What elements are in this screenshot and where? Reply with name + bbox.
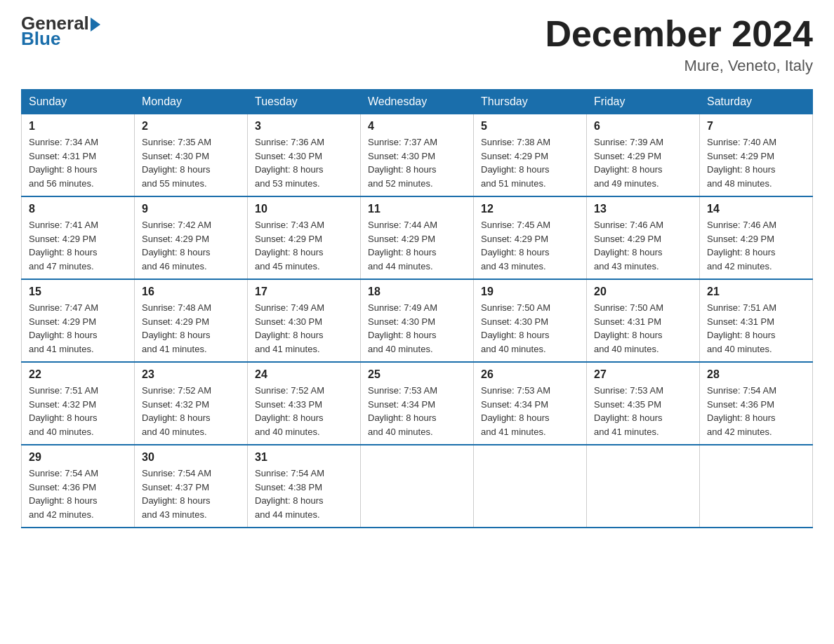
calendar-cell: 31 Sunrise: 7:54 AMSunset: 4:38 PMDaylig… (248, 445, 361, 528)
calendar-cell (361, 445, 474, 528)
location-text: Mure, Veneto, Italy (545, 57, 813, 75)
day-info: Sunrise: 7:52 AMSunset: 4:33 PMDaylight:… (255, 384, 353, 438)
day-info: Sunrise: 7:50 AMSunset: 4:31 PMDaylight:… (594, 301, 692, 356)
calendar-cell: 26 Sunrise: 7:53 AMSunset: 4:34 PMDaylig… (474, 362, 587, 445)
calendar-cell: 25 Sunrise: 7:53 AMSunset: 4:34 PMDaylig… (361, 362, 474, 445)
day-number: 29 (29, 451, 127, 464)
week-row-3: 15 Sunrise: 7:47 AMSunset: 4:29 PMDaylig… (22, 279, 813, 362)
calendar-cell: 12 Sunrise: 7:45 AMSunset: 4:29 PMDaylig… (474, 196, 587, 279)
day-number: 28 (707, 368, 805, 381)
calendar-header-saturday: Saturday (700, 90, 813, 114)
day-number: 12 (481, 203, 579, 215)
day-info: Sunrise: 7:41 AMSunset: 4:29 PMDaylight:… (29, 218, 127, 273)
day-number: 27 (594, 368, 692, 381)
calendar-header-row: SundayMondayTuesdayWednesdayThursdayFrid… (22, 90, 813, 114)
calendar-cell: 21 Sunrise: 7:51 AMSunset: 4:31 PMDaylig… (700, 279, 813, 362)
day-number: 24 (255, 368, 353, 381)
day-number: 26 (481, 368, 579, 381)
calendar-cell: 22 Sunrise: 7:51 AMSunset: 4:32 PMDaylig… (22, 362, 135, 445)
day-number: 10 (255, 203, 353, 215)
day-number: 16 (142, 286, 240, 298)
day-info: Sunrise: 7:46 AMSunset: 4:29 PMDaylight:… (594, 218, 692, 273)
day-info: Sunrise: 7:54 AMSunset: 4:36 PMDaylight:… (29, 467, 127, 521)
day-number: 17 (255, 286, 353, 298)
week-row-2: 8 Sunrise: 7:41 AMSunset: 4:29 PMDayligh… (22, 196, 813, 279)
calendar-cell: 14 Sunrise: 7:46 AMSunset: 4:29 PMDaylig… (700, 196, 813, 279)
day-number: 8 (29, 203, 127, 215)
calendar-cell: 8 Sunrise: 7:41 AMSunset: 4:29 PMDayligh… (22, 196, 135, 279)
day-number: 25 (368, 368, 466, 381)
day-info: Sunrise: 7:53 AMSunset: 4:35 PMDaylight:… (594, 384, 692, 438)
calendar-header-monday: Monday (135, 90, 248, 114)
day-info: Sunrise: 7:37 AMSunset: 4:30 PMDaylight:… (368, 135, 466, 190)
day-number: 18 (368, 286, 466, 298)
day-info: Sunrise: 7:35 AMSunset: 4:30 PMDaylight:… (142, 135, 240, 190)
day-number: 11 (368, 203, 466, 215)
calendar-cell: 17 Sunrise: 7:49 AMSunset: 4:30 PMDaylig… (248, 279, 361, 362)
logo-blue-text: Blue (21, 29, 100, 48)
day-info: Sunrise: 7:54 AMSunset: 4:38 PMDaylight:… (255, 467, 353, 521)
calendar-cell: 19 Sunrise: 7:50 AMSunset: 4:30 PMDaylig… (474, 279, 587, 362)
day-info: Sunrise: 7:39 AMSunset: 4:29 PMDaylight:… (594, 135, 692, 190)
calendar-cell: 9 Sunrise: 7:42 AMSunset: 4:29 PMDayligh… (135, 196, 248, 279)
day-number: 19 (481, 286, 579, 298)
page-header: General Blue December 2024 Mure, Veneto,… (21, 14, 813, 75)
day-info: Sunrise: 7:46 AMSunset: 4:29 PMDaylight:… (707, 218, 805, 273)
day-number: 23 (142, 368, 240, 381)
week-row-4: 22 Sunrise: 7:51 AMSunset: 4:32 PMDaylig… (22, 362, 813, 445)
logo: General Blue (21, 14, 100, 48)
calendar-cell (587, 445, 700, 528)
day-number: 30 (142, 451, 240, 464)
day-info: Sunrise: 7:45 AMSunset: 4:29 PMDaylight:… (481, 218, 579, 273)
day-number: 6 (594, 120, 692, 133)
day-info: Sunrise: 7:51 AMSunset: 4:32 PMDaylight:… (29, 384, 127, 438)
calendar-header-thursday: Thursday (474, 90, 587, 114)
day-info: Sunrise: 7:53 AMSunset: 4:34 PMDaylight:… (481, 384, 579, 438)
day-number: 2 (142, 120, 240, 133)
day-number: 7 (707, 120, 805, 133)
calendar-header-friday: Friday (587, 90, 700, 114)
day-info: Sunrise: 7:34 AMSunset: 4:31 PMDaylight:… (29, 135, 127, 190)
day-number: 15 (29, 286, 127, 298)
day-info: Sunrise: 7:42 AMSunset: 4:29 PMDaylight:… (142, 218, 240, 273)
calendar-cell: 15 Sunrise: 7:47 AMSunset: 4:29 PMDaylig… (22, 279, 135, 362)
day-number: 3 (255, 120, 353, 133)
title-section: December 2024 Mure, Veneto, Italy (545, 14, 813, 75)
calendar-header-sunday: Sunday (22, 90, 135, 114)
calendar-cell: 11 Sunrise: 7:44 AMSunset: 4:29 PMDaylig… (361, 196, 474, 279)
calendar-cell: 3 Sunrise: 7:36 AMSunset: 4:30 PMDayligh… (248, 114, 361, 197)
day-info: Sunrise: 7:49 AMSunset: 4:30 PMDaylight:… (255, 301, 353, 356)
calendar-cell: 16 Sunrise: 7:48 AMSunset: 4:29 PMDaylig… (135, 279, 248, 362)
day-number: 9 (142, 203, 240, 215)
calendar-cell: 5 Sunrise: 7:38 AMSunset: 4:29 PMDayligh… (474, 114, 587, 197)
day-info: Sunrise: 7:54 AMSunset: 4:37 PMDaylight:… (142, 467, 240, 521)
calendar-cell: 29 Sunrise: 7:54 AMSunset: 4:36 PMDaylig… (22, 445, 135, 528)
calendar-cell: 30 Sunrise: 7:54 AMSunset: 4:37 PMDaylig… (135, 445, 248, 528)
calendar-cell: 27 Sunrise: 7:53 AMSunset: 4:35 PMDaylig… (587, 362, 700, 445)
week-row-1: 1 Sunrise: 7:34 AMSunset: 4:31 PMDayligh… (22, 114, 813, 197)
calendar-cell: 24 Sunrise: 7:52 AMSunset: 4:33 PMDaylig… (248, 362, 361, 445)
day-info: Sunrise: 7:53 AMSunset: 4:34 PMDaylight:… (368, 384, 466, 438)
calendar-header-wednesday: Wednesday (361, 90, 474, 114)
calendar-cell: 23 Sunrise: 7:52 AMSunset: 4:32 PMDaylig… (135, 362, 248, 445)
day-info: Sunrise: 7:48 AMSunset: 4:29 PMDaylight:… (142, 301, 240, 356)
day-number: 31 (255, 451, 353, 464)
day-number: 22 (29, 368, 127, 381)
day-number: 1 (29, 120, 127, 133)
day-info: Sunrise: 7:44 AMSunset: 4:29 PMDaylight:… (368, 218, 466, 273)
day-info: Sunrise: 7:38 AMSunset: 4:29 PMDaylight:… (481, 135, 579, 190)
day-info: Sunrise: 7:47 AMSunset: 4:29 PMDaylight:… (29, 301, 127, 356)
day-info: Sunrise: 7:50 AMSunset: 4:30 PMDaylight:… (481, 301, 579, 356)
day-info: Sunrise: 7:54 AMSunset: 4:36 PMDaylight:… (707, 384, 805, 438)
day-info: Sunrise: 7:40 AMSunset: 4:29 PMDaylight:… (707, 135, 805, 190)
day-info: Sunrise: 7:36 AMSunset: 4:30 PMDaylight:… (255, 135, 353, 190)
calendar-cell: 18 Sunrise: 7:49 AMSunset: 4:30 PMDaylig… (361, 279, 474, 362)
day-info: Sunrise: 7:49 AMSunset: 4:30 PMDaylight:… (368, 301, 466, 356)
day-info: Sunrise: 7:51 AMSunset: 4:31 PMDaylight:… (707, 301, 805, 356)
calendar-cell: 4 Sunrise: 7:37 AMSunset: 4:30 PMDayligh… (361, 114, 474, 197)
day-number: 4 (368, 120, 466, 133)
day-number: 14 (707, 203, 805, 215)
day-info: Sunrise: 7:43 AMSunset: 4:29 PMDaylight:… (255, 218, 353, 273)
calendar-header-tuesday: Tuesday (248, 90, 361, 114)
calendar-cell: 28 Sunrise: 7:54 AMSunset: 4:36 PMDaylig… (700, 362, 813, 445)
